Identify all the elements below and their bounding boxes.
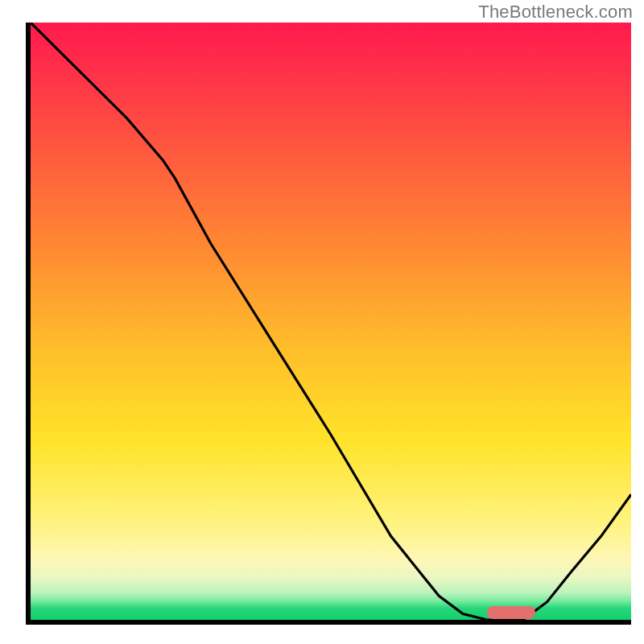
watermark-text: TheBottleneck.com xyxy=(478,2,633,23)
plot-area xyxy=(26,23,631,625)
optimal-range-marker xyxy=(487,606,535,619)
bottleneck-curve xyxy=(31,23,631,620)
chart-root: TheBottleneck.com xyxy=(0,0,644,644)
